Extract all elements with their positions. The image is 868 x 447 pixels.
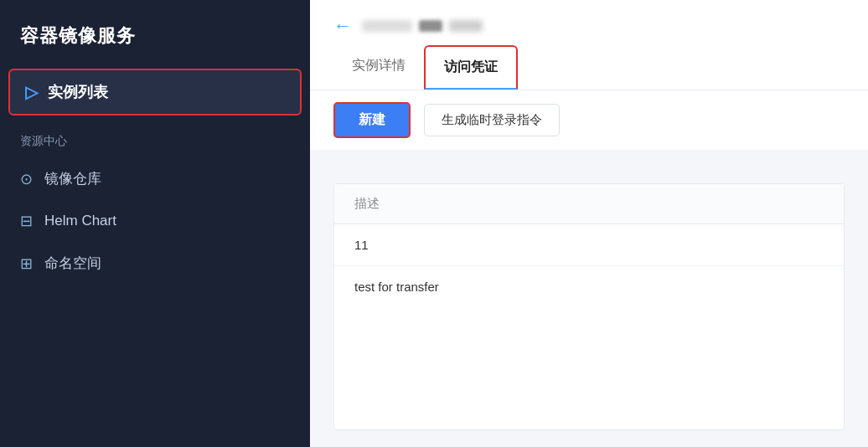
tab-access-credentials[interactable]: 访问凭证 [424, 45, 518, 90]
temp-login-button[interactable]: 生成临时登录指令 [424, 104, 560, 136]
sidebar-item-active-label: 实例列表 [48, 82, 108, 102]
topbar-nav: ← [333, 15, 845, 45]
breadcrumb-part-3 [449, 20, 483, 32]
tab-instance-detail[interactable]: 实例详情 [333, 45, 424, 90]
image-repo-icon: ⊙ [20, 170, 33, 188]
breadcrumb-part-2 [419, 20, 442, 32]
sidebar: 容器镜像服务 ▷ 实例列表 资源中心 ⊙ 镜像仓库 ⊟ Helm Chart ⊞… [0, 0, 310, 447]
namespace-icon: ⊞ [20, 254, 33, 273]
main-content: ← 实例详情 访问凭证 新建 生成临时登录指令 描述 11 [310, 0, 868, 447]
sidebar-item-namespace-label: 命名空间 [44, 254, 101, 273]
sidebar-section-label: 资源中心 [0, 116, 310, 157]
breadcrumb [362, 20, 483, 32]
content-area: 描述 11 test for transfer [310, 167, 868, 447]
back-button[interactable]: ← [333, 15, 352, 37]
sidebar-item-image-repo[interactable]: ⊙ 镜像仓库 [0, 157, 310, 200]
sidebar-title: 容器镜像服务 [0, 0, 310, 69]
sidebar-item-helm-chart[interactable]: ⊟ Helm Chart [0, 200, 310, 242]
sidebar-item-namespace[interactable]: ⊞ 命名空间 [0, 242, 310, 285]
helm-chart-icon: ⊟ [20, 212, 33, 230]
breadcrumb-part-1 [362, 20, 412, 32]
action-bar: 新建 生成临时登录指令 [310, 90, 868, 150]
table-header: 描述 [334, 184, 844, 224]
table-row: test for transfer [334, 266, 844, 307]
table-row: 11 [334, 224, 844, 266]
new-button[interactable]: 新建 [333, 102, 411, 138]
instance-list-icon: ▷ [25, 82, 38, 102]
tabs: 实例详情 访问凭证 [333, 45, 845, 90]
sidebar-item-image-repo-label: 镜像仓库 [44, 169, 101, 188]
sidebar-item-helm-chart-label: Helm Chart [44, 213, 116, 229]
topbar: ← 实例详情 访问凭证 [310, 0, 868, 90]
credentials-table: 描述 11 test for transfer [333, 183, 845, 430]
sidebar-item-instance-list[interactable]: ▷ 实例列表 [8, 69, 302, 116]
